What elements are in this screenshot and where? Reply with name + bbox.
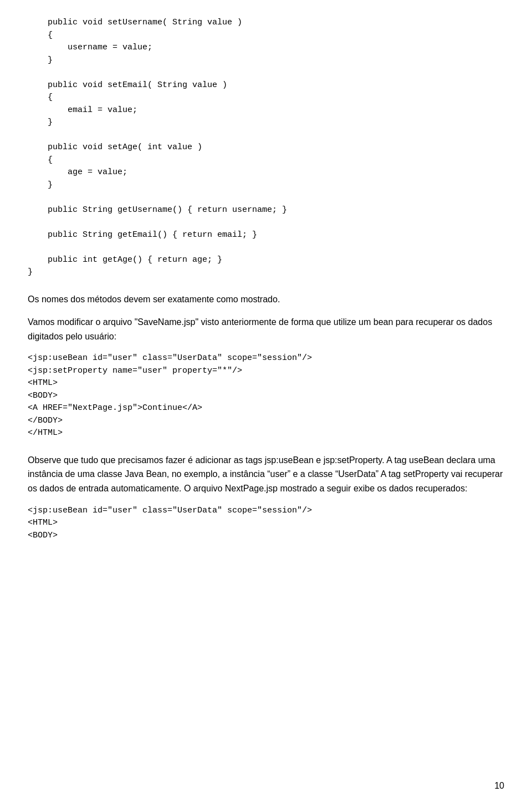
paragraph-2: Vamos modificar o arquivo "SaveName.jsp"… bbox=[28, 315, 504, 343]
page-number: 10 bbox=[494, 781, 504, 791]
paragraph-1: Os nomes dos métodos devem ser exatament… bbox=[28, 292, 504, 307]
code-block-3: <jsp:useBean id="user" class="UserData" … bbox=[28, 505, 504, 542]
code-block-2: <jsp:useBean id="user" class="UserData" … bbox=[28, 352, 504, 440]
code-block-1: public void setUsername( String value ) … bbox=[28, 17, 504, 279]
paragraph-3: Observe que tudo que precisamos fazer é … bbox=[28, 453, 504, 496]
